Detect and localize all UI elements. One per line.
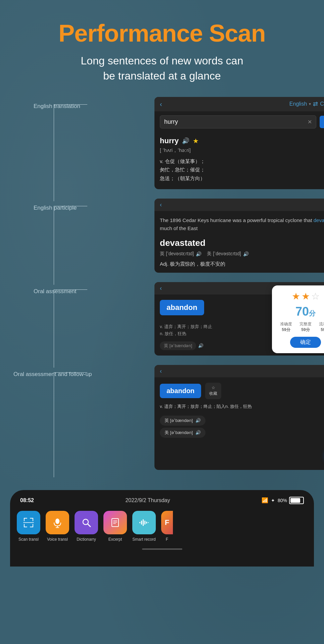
svg-rect-16 xyxy=(113,522,117,523)
scan-transl-label: Scan transl xyxy=(18,537,39,542)
app-item-scan-transl[interactable]: Scan transl xyxy=(17,511,40,542)
collect-star-icon: ☆ xyxy=(212,385,215,390)
highlighted-word: devastated xyxy=(314,217,324,223)
smart-record-icon xyxy=(132,511,156,534)
section-oral-followup: Oral assessment and follow-up ‹ ‹ 1/25 ›… xyxy=(87,365,304,470)
partial-label: F xyxy=(161,537,173,542)
card-oral-followup: ‹ ‹ 1/25 › abandon ☆ 收藏 v. 遗弃；离开；放弃；终止；陷… xyxy=(154,365,324,470)
section-english-translation: English translation ‹ English ▾ ⇄ Chines… xyxy=(87,97,304,190)
svg-rect-21 xyxy=(144,521,145,525)
adj-definition: Adj. 极为震惊的，极度不安的 xyxy=(154,260,324,273)
bluetooth-icon: ✦ xyxy=(271,498,275,503)
star-2: ★ xyxy=(302,291,310,302)
result-word: devastated xyxy=(154,235,324,250)
word-result-area: hurry 🔊 ★ [ ˈhʌri，ˈhəːri] v. 仓促（做某事）； 匆忙… xyxy=(154,132,324,190)
app-item-excerpt[interactable]: Excerpt xyxy=(103,511,127,542)
app-item-dictionary[interactable]: Dictionarry xyxy=(75,511,98,542)
score-popup: ★ ★ ☆ 70分 准确度 59分 完整度 59分 xyxy=(272,285,324,353)
search-input-text: hurry xyxy=(164,118,178,125)
svg-rect-20 xyxy=(143,519,144,526)
speaker-icon[interactable]: 🔊 xyxy=(182,137,189,145)
app-item-voice-transl[interactable]: Voice transl xyxy=(46,511,69,542)
phonetic-4-uk-speaker[interactable]: 🔊 xyxy=(195,418,201,423)
word-block-4: abandon xyxy=(160,384,201,398)
star-1: ★ xyxy=(292,291,300,302)
word-title-row: hurry 🔊 ★ xyxy=(160,137,324,145)
score-accuracy: 准确度 59分 xyxy=(280,321,292,333)
card-english-participle: ‹ The 1896 Cedar Keys hurricane was a po… xyxy=(154,199,324,273)
phonetic-row-4: 英 [əˈbændən] 🔊 美 [əˈbændən] 🔊 xyxy=(154,414,324,443)
app-icons-row: Scan transl Voice transl xyxy=(10,507,314,545)
card-1-header: ‹ English ▾ ⇄ Chinese ▾ xyxy=(154,97,324,111)
battery-indicator: 80% xyxy=(278,497,304,504)
phonetic-4-us-text: 美 [əˈbændən] xyxy=(165,430,193,436)
clear-icon[interactable]: ✕ xyxy=(308,119,312,125)
svg-rect-8 xyxy=(23,522,34,523)
phonetic-4-us-speaker[interactable]: 🔊 xyxy=(195,430,201,435)
search-input-box[interactable]: hurry ✕ xyxy=(160,115,316,128)
card2-back-icon[interactable]: ‹ xyxy=(160,201,162,208)
battery-fill xyxy=(290,498,300,503)
back-arrow-icon[interactable]: ‹ xyxy=(160,100,162,108)
phonetic-row-2: 英 [ˈdevəstɛrtɪd] 🔊 美 [ˈdevəstɛrtɪd] 🔊 xyxy=(154,250,324,260)
label-oral-assessment: Oral assessment xyxy=(34,288,77,295)
phonetic-us-speaker[interactable]: 🔊 xyxy=(243,251,249,257)
lang-to[interactable]: Chinese xyxy=(320,101,324,107)
battery-percent: 80% xyxy=(278,498,287,503)
sentence-text: The 1896 Cedar Keys hurricane was a powe… xyxy=(154,211,324,235)
word-title: hurry xyxy=(160,137,179,145)
lang-from[interactable]: English xyxy=(289,101,307,107)
score-number: 70 xyxy=(295,305,309,318)
dictionary-label: Dictionarry xyxy=(77,537,96,542)
card4-back-icon[interactable]: ‹ xyxy=(160,368,162,375)
definition-text: v. 仓促（做某事）； 匆忙，急忙；催促； 急送；（朝某方向） xyxy=(160,157,324,183)
label-english-participle: English participle xyxy=(34,205,77,211)
label-oral-followup: Oral assessment and follow-up xyxy=(13,371,92,378)
svg-rect-10 xyxy=(57,526,58,527)
star-bookmark-icon[interactable]: ★ xyxy=(193,137,199,145)
partial-icon: F xyxy=(161,511,173,534)
app-item-smart-record[interactable]: Smart record xyxy=(132,511,156,542)
search-button[interactable]: 查询 xyxy=(320,116,324,128)
svg-rect-1 xyxy=(24,518,25,521)
phonetic-abandon-speaker[interactable]: 🔊 xyxy=(198,343,203,348)
star-3: ☆ xyxy=(311,291,320,302)
section-oral-assessment: Oral assessment ‹ abandon v. 遗弃；离开；放弃；终止… xyxy=(87,282,304,356)
card3-back-icon[interactable]: ‹ xyxy=(160,285,162,291)
confirm-button[interactable]: 确定 xyxy=(290,337,321,348)
phonetic-uk-speaker[interactable]: 🔊 xyxy=(196,251,201,257)
scan-transl-icon xyxy=(17,511,40,534)
device-bottom: 08:52 2022/9/2 Thursday 📶 ✦ 80% xyxy=(10,490,314,567)
accuracy-label: 准确度 xyxy=(280,321,292,327)
status-icons: 📶 ✦ 80% xyxy=(262,497,304,504)
svg-rect-23 xyxy=(148,522,149,523)
voice-transl-label: Voice transl xyxy=(47,537,68,542)
label-english-translation: English translation xyxy=(34,103,80,110)
card-english-translation: ‹ English ▾ ⇄ Chinese ▾ hurry ✕ 查询 xyxy=(154,97,324,190)
completeness-label: 完整度 xyxy=(299,321,312,327)
voice-transl-icon xyxy=(46,511,69,534)
svg-rect-18 xyxy=(139,522,140,523)
svg-line-13 xyxy=(88,524,90,527)
page-title: Performance Scan xyxy=(27,20,297,47)
phonetic-4-uk-text: 英 [əˈbændən] xyxy=(165,418,193,424)
swap-arrows-icon[interactable]: ⇄ xyxy=(313,100,318,108)
svg-rect-3 xyxy=(33,518,33,521)
phonetic-abandon-uk: 英 [əˈbændən] xyxy=(160,341,196,350)
collect-label: 收藏 xyxy=(209,391,217,396)
wifi-icon: 📶 xyxy=(262,497,268,503)
svg-rect-11 xyxy=(56,527,59,528)
svg-point-9 xyxy=(55,519,59,524)
score-main: 70分 xyxy=(280,305,324,319)
collect-button[interactable]: ☆ 收藏 xyxy=(205,383,221,399)
excerpt-label: Excerpt xyxy=(108,537,122,542)
def-line-2: 匆忙，急忙；催促； xyxy=(160,165,324,174)
score-completeness: 完整度 59分 xyxy=(299,321,312,333)
dictionary-icon xyxy=(75,511,98,534)
word-row-4: abandon ☆ 收藏 xyxy=(154,377,324,402)
page-subtitle: Long sentences of new words canbe transl… xyxy=(27,53,297,84)
smart-record-label: Smart record xyxy=(132,537,155,542)
def-line-3: 急送；（朝某方向） xyxy=(160,174,324,183)
def-line-1: v. 仓促（做某事）； xyxy=(160,157,324,166)
svg-rect-22 xyxy=(146,522,147,524)
